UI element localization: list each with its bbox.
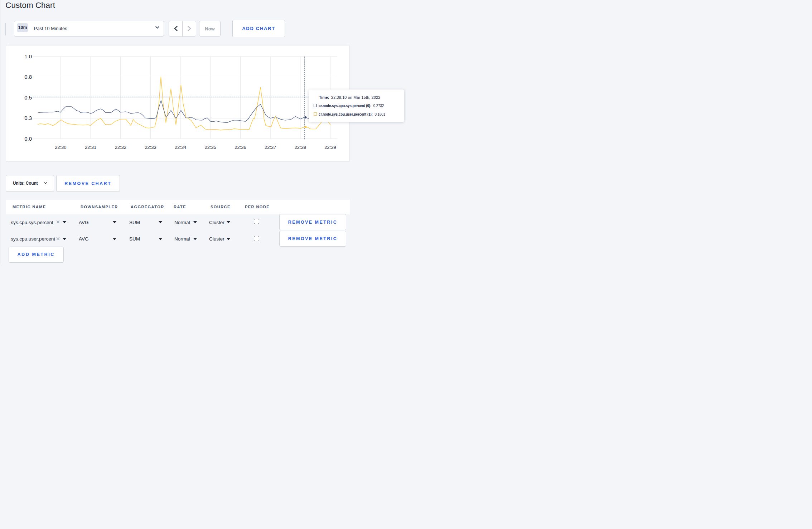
svg-text:22:31: 22:31 (85, 145, 97, 150)
svg-text:22:38: 22:38 (295, 145, 306, 150)
svg-text:22:36: 22:36 (235, 145, 246, 150)
svg-text:22:32: 22:32 (115, 145, 126, 150)
svg-text:22:35: 22:35 (205, 145, 217, 150)
svg-text:0.0: 0.0 (24, 136, 32, 142)
svg-text:1.0: 1.0 (24, 53, 32, 59)
svg-text:0.3: 0.3 (24, 115, 32, 121)
svg-text:22:34: 22:34 (175, 145, 187, 150)
svg-text:0.8: 0.8 (24, 74, 32, 80)
svg-text:22:30: 22:30 (55, 145, 67, 150)
svg-text:22:37: 22:37 (265, 145, 276, 150)
svg-text:22:39: 22:39 (324, 145, 336, 150)
svg-text:22:33: 22:33 (145, 145, 156, 150)
svg-text:0.5: 0.5 (24, 94, 32, 101)
